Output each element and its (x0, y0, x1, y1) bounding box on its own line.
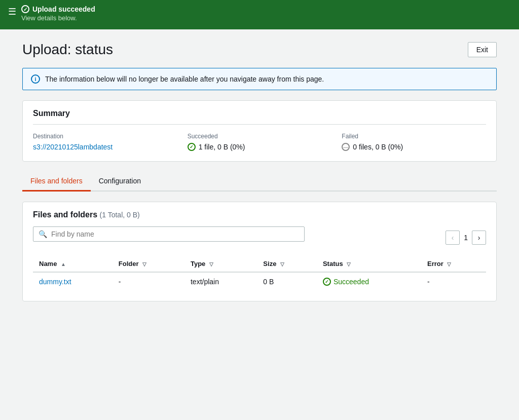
table-header-row: Name ▲ Folder ▽ Type ▽ Size ▽ Status ▽ (33, 256, 486, 272)
cell-status: Succeeded (317, 272, 421, 291)
banner-content: Upload succeeded View details below. (21, 5, 95, 22)
summary-card: Summary Destination s3://20210125lambdat… (22, 100, 497, 162)
files-table: Name ▲ Folder ▽ Type ▽ Size ▽ Status ▽ (33, 256, 486, 291)
banner-subtitle: View details below. (21, 14, 95, 22)
pagination: ‹ 1 › (446, 231, 486, 245)
col-name: Name ▲ (33, 256, 113, 272)
name-sort-asc-icon[interactable]: ▲ (61, 261, 66, 267)
summary-destination: Destination s3://20210125lambdatest (33, 133, 177, 151)
success-banner: ☰ Upload succeeded View details below. (0, 0, 519, 29)
files-header: Files and folders (1 Total, 0 B) (33, 210, 486, 219)
tab-files-and-folders[interactable]: Files and folders (22, 172, 91, 192)
file-name-link[interactable]: dummy.txt (39, 278, 71, 286)
succeeded-icon (188, 143, 196, 151)
col-folder: Folder ▽ (113, 256, 184, 272)
status-sort-icon[interactable]: ▽ (347, 261, 351, 267)
page-number: 1 (464, 234, 468, 242)
info-box: i The information below will no longer b… (22, 68, 497, 90)
search-bar[interactable]: 🔍 (33, 226, 305, 242)
page-title: Upload: status (22, 42, 113, 58)
col-type: Type ▽ (184, 256, 257, 272)
banner-title: Upload succeeded (21, 5, 95, 13)
tabs-container: Files and folders Configuration (22, 172, 497, 192)
files-count: (1 Total, 0 B) (100, 211, 140, 219)
cell-size: 0 B (257, 272, 317, 291)
exit-button[interactable]: Exit (468, 42, 497, 57)
info-text: The information below will no longer be … (45, 75, 324, 83)
files-card: Files and folders (1 Total, 0 B) 🔍 ‹ 1 ›… (22, 202, 497, 301)
table-top-bar: 🔍 ‹ 1 › (33, 226, 486, 249)
cell-error: - (421, 272, 486, 291)
cell-folder: - (113, 272, 184, 291)
succeeded-value: 1 file, 0 B (0%) (188, 143, 332, 151)
failed-value: — 0 files, 0 B (0%) (342, 143, 486, 151)
succeeded-label: Succeeded (188, 133, 332, 140)
tabs: Files and folders Configuration (22, 172, 497, 192)
folder-sort-icon[interactable]: ▽ (142, 261, 146, 267)
info-icon: i (31, 74, 40, 84)
size-sort-icon[interactable]: ▽ (280, 261, 284, 267)
menu-icon[interactable]: ☰ (8, 6, 16, 17)
summary-failed: Failed — 0 files, 0 B (0%) (342, 133, 486, 151)
failed-label: Failed (342, 133, 486, 140)
destination-label: Destination (33, 133, 177, 140)
table-row: dummy.txt - text/plain 0 B Succeeded - (33, 272, 486, 291)
search-icon: 🔍 (39, 230, 47, 238)
col-size: Size ▽ (257, 256, 317, 272)
search-input[interactable] (51, 230, 299, 238)
success-check-icon (21, 5, 29, 13)
prev-page-button[interactable]: ‹ (446, 231, 460, 245)
tab-configuration[interactable]: Configuration (91, 172, 149, 192)
summary-succeeded: Succeeded 1 file, 0 B (0%) (188, 133, 332, 151)
type-sort-icon[interactable]: ▽ (209, 261, 213, 267)
error-sort-icon[interactable]: ▽ (447, 261, 451, 267)
main-content: Upload: status Exit i The information be… (6, 29, 513, 314)
page-header: Upload: status Exit (22, 42, 497, 58)
col-status: Status ▽ (317, 256, 421, 272)
summary-title: Summary (33, 109, 486, 125)
status-succeeded: Succeeded (323, 278, 415, 286)
col-error: Error ▽ (421, 256, 486, 272)
next-page-button[interactable]: › (472, 231, 486, 245)
summary-grid: Destination s3://20210125lambdatest Succ… (33, 133, 486, 151)
row-success-icon (323, 278, 331, 286)
cell-type: text/plain (184, 272, 257, 291)
failed-icon: — (342, 143, 350, 151)
destination-link[interactable]: s3://20210125lambdatest (33, 143, 113, 151)
cell-name: dummy.txt (33, 272, 113, 291)
